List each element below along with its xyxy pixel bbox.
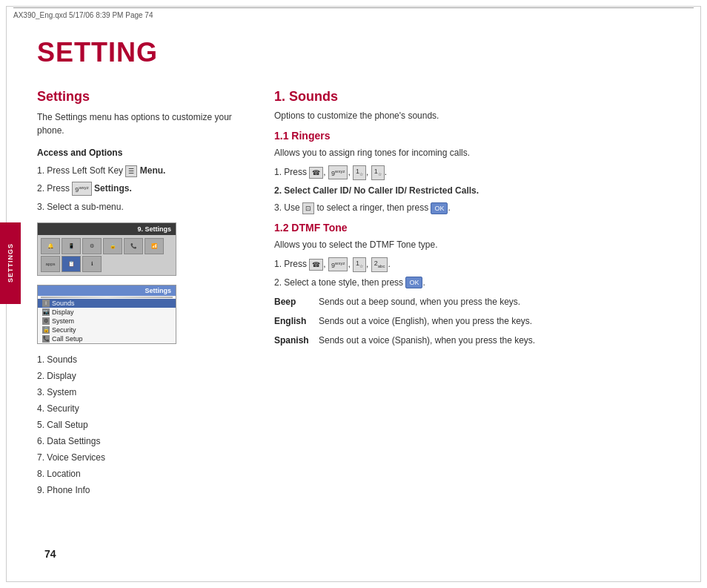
menu-item-display: 📷 Display [38, 308, 176, 317]
phone-menu-title: Settings [38, 285, 176, 296]
right-section-heading: 1. Sounds [274, 89, 677, 105]
left-section-heading: Settings [37, 89, 245, 105]
sub1-desc: Allows you to assign ring tones for inco… [274, 146, 677, 159]
menu-item-call-setup-label: Call Setup [52, 335, 83, 343]
access-options-heading: Access and Options [37, 148, 245, 158]
icon-box-1: 🔔 [41, 238, 60, 254]
phone-screen-icons: 🔔 📱 ⚙ 🔒 📞 📶 apps 📋 ℹ [38, 235, 176, 275]
left-section-desc: The Settings menu has options to customi… [37, 110, 245, 137]
icon-box-7: apps [41, 256, 60, 272]
9-icon: 9wxyz [72, 182, 91, 196]
step1-text: 1. Press Left Soft Key [37, 165, 123, 176]
sub2-heading: 1.2 DTMF Tone [274, 222, 677, 234]
menu-icon: ☰ [125, 165, 137, 177]
def-list: Beep Sends out a beep sound, when you pr… [274, 295, 677, 347]
1abc-icon-2: 1☆ [353, 257, 366, 272]
menu-list-item-3: 3. System [37, 386, 245, 399]
ok-icon-1: OK [431, 202, 448, 214]
right-column: 1. Sounds Options to customize the phone… [274, 89, 677, 500]
nav-icon: ⊡ [302, 202, 314, 214]
main-content: SETTING Settings The Settings menu has o… [37, 37, 677, 551]
def-item-spanish: Spanish Sends out a voice (Spanish), whe… [274, 334, 677, 347]
menu-item-system-label: System [52, 317, 74, 325]
menu-item-call-setup: 📞 Call Setup [38, 334, 176, 343]
page-title: SETTING [37, 37, 677, 68]
sub2-step1: 1. Press ☎, 9wxyz, 1☆, 2abc. [274, 257, 677, 272]
phone-menu-divider [41, 297, 173, 298]
sub1-step3-end: to select a ringer, then press [316, 202, 428, 213]
columns: Settings The Settings menu has options t… [37, 89, 677, 500]
step2-prefix: 2. Press [37, 183, 70, 194]
9wxyz-icon: 9wxyz [328, 165, 348, 179]
sub1-step2-bold: 2. Select Caller ID/ No Caller ID/ Restr… [274, 185, 479, 196]
icon-box-5: 📞 [124, 238, 143, 254]
def-item-beep: Beep Sends out a beep sound, when you pr… [274, 295, 677, 308]
ok-icon-2: OK [405, 277, 422, 288]
icon-box-3: ⚙ [82, 238, 102, 254]
1abc-icon: 1☆ [353, 165, 366, 180]
step2-bold: Settings. [94, 183, 132, 194]
def-term-english: English [274, 314, 313, 328]
step2: 2. Press 9wxyz Settings. [37, 182, 245, 196]
icon-box-2: 📱 [62, 238, 81, 254]
right-section-desc: Options to customize the phone's sounds. [274, 109, 677, 122]
call-setup-icon: 📞 [42, 335, 50, 343]
menu-list-item-8: 8. Location [37, 467, 245, 480]
phone-icon-2: ☎ [309, 259, 323, 271]
1def-icon: 1☆ [371, 165, 385, 180]
phone-icon-1: ☎ [309, 167, 323, 179]
sub2-step1-text: 1. Press [274, 259, 307, 269]
menu-item-security-label: Security [52, 326, 76, 334]
menu-list-item-9: 9. Phone Info [37, 483, 245, 497]
header-bar: AX390_Eng.qxd 5/17/06 8:39 PM Page 74 [13, 7, 694, 19]
menu-item-security: 🔒 Security [38, 326, 176, 334]
sub2-desc: Allows you to select the DTMF Tone type. [274, 238, 677, 251]
sub2-step2-text: 2. Select a tone style, then press [274, 277, 403, 288]
header-text: AX390_Eng.qxd 5/17/06 8:39 PM Page 74 [13, 11, 153, 19]
sidebar-tab: SETTINGS [0, 222, 21, 304]
def-term-beep: Beep [274, 295, 313, 308]
step1-bold: Menu. [140, 165, 166, 176]
def-desc-spanish: Sends out a voice (Spanish), when you pr… [319, 334, 677, 347]
9wxyz-icon-2: 9wxyz [328, 257, 348, 271]
def-term-spanish: Spanish [274, 334, 313, 347]
phone-screenshot-top: 9. Settings 🔔 📱 ⚙ 🔒 📞 📶 apps 📋 ℹ [37, 222, 176, 276]
sub1-heading: 1.1 Ringers [274, 130, 677, 142]
def-desc-beep: Sends out a beep sound, when you press t… [319, 295, 677, 308]
sub2-step2: 2. Select a tone style, then press OK. [274, 276, 677, 289]
menu-item-sounds: i Sounds [38, 299, 176, 308]
def-item-english: English Sends out a voice (English), whe… [274, 314, 677, 328]
menu-item-sounds-label: Sounds [52, 300, 75, 307]
left-desc-line1: The Settings menu has options to customi… [37, 112, 232, 122]
menu-list-item-7: 7. Voice Services [37, 451, 245, 464]
sounds-icon: i [42, 300, 50, 307]
icon-box-4: 🔒 [103, 238, 122, 254]
icon-box-9: ℹ [82, 256, 102, 272]
menu-list-item-1: 1. Sounds [37, 353, 245, 366]
icon-box-8: 📋 [62, 256, 81, 272]
sidebar-label: SETTINGS [7, 243, 14, 283]
menu-item-display-label: Display [52, 308, 74, 316]
left-desc-line2: phone. [37, 125, 64, 136]
menu-list-item-6: 6. Data Settings [37, 435, 245, 448]
phone-screen-title: 9. Settings [38, 223, 176, 235]
system-icon: ⚙ [42, 317, 50, 325]
step1: 1. Press Left Soft Key ☰ Menu. [37, 164, 245, 177]
display-icon: 📷 [42, 308, 50, 316]
menu-list-item-4: 4. Security [37, 402, 245, 415]
sub1-step1: 1. Press ☎, 9wxyz, 1☆, 1☆. [274, 165, 677, 180]
menu-list-item-2: 2. Display [37, 369, 245, 383]
sub1-step2: 2. Select Caller ID/ No Caller ID/ Restr… [274, 184, 677, 197]
phone-screenshot-bottom: Settings i Sounds 📷 Display ⚙ System 🔒 S… [37, 285, 176, 344]
menu-list-item-5: 5. Call Setup [37, 418, 245, 432]
sub1-step3: 3. Use ⊡ to select a ringer, then press … [274, 201, 677, 214]
left-column: Settings The Settings menu has options t… [37, 89, 245, 500]
def-desc-english: Sends out a voice (English), when you pr… [319, 314, 677, 328]
step3: 3. Select a sub-menu. [37, 200, 245, 214]
menu-item-system: ⚙ System [38, 317, 176, 326]
sub1-step1-text: 1. Press [274, 167, 307, 177]
menu-list: 1. Sounds 2. Display 3. System 4. Securi… [37, 353, 245, 497]
sub1-step3-text: 3. Use [274, 202, 300, 213]
security-icon: 🔒 [42, 326, 50, 334]
icon-box-6: 📶 [145, 238, 164, 254]
